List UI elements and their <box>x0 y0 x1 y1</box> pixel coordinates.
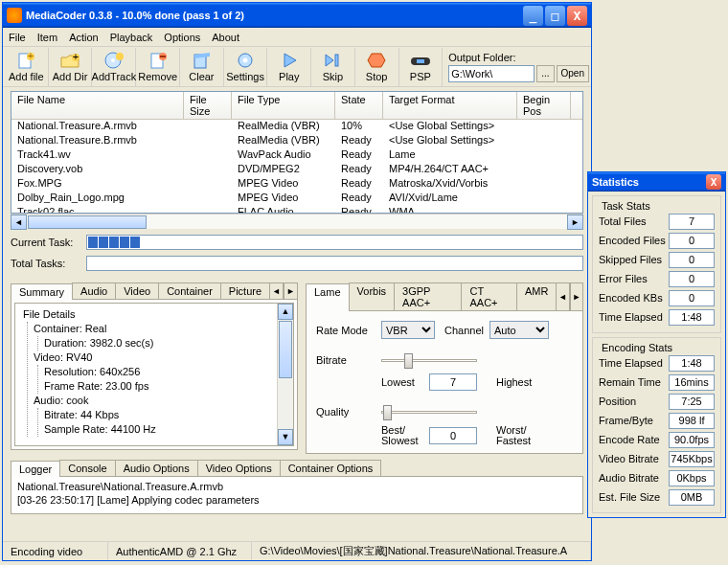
settings-button[interactable]: Settings <box>224 48 268 86</box>
tab-audio[interactable]: Audio <box>72 282 116 299</box>
stat-row: Frame/Byte998 lf <box>599 411 715 430</box>
play-icon <box>279 51 300 70</box>
quality-value: 0 <box>429 427 477 444</box>
stats-titlebar[interactable]: Statistics X <box>588 172 725 192</box>
menubar: File Item Action Playback Options About <box>3 28 591 47</box>
bitrate-slider[interactable] <box>381 350 477 370</box>
quality-slider[interactable] <box>381 402 477 421</box>
tab-container[interactable]: Container <box>158 282 221 299</box>
table-row[interactable]: Track41.wvWavPack AudioReadyLame <box>11 148 582 163</box>
th-target[interactable]: Target Format <box>383 92 517 119</box>
th-filesize[interactable]: File Size <box>184 92 232 119</box>
th-state[interactable]: State <box>335 92 383 119</box>
stat-row: Error Files0 <box>599 269 715 288</box>
tab-container-options[interactable]: Container Options <box>280 460 382 476</box>
disc-add-icon <box>103 51 125 70</box>
table-row[interactable]: Dolby_Rain_Logo.mpgMPEG VideoReadyAVI/Xv… <box>11 192 582 206</box>
tab-lame[interactable]: Lame <box>306 283 350 311</box>
maximize-button[interactable]: □ <box>545 6 565 26</box>
tab-video-options[interactable]: Video Options <box>197 460 281 476</box>
stat-row: Encoded Files0 <box>599 231 715 250</box>
play-button[interactable]: Play <box>267 48 311 86</box>
tab-summary[interactable]: Summary <box>11 283 73 300</box>
svg-rect-14 <box>335 55 338 66</box>
table-row[interactable]: National.Treasure.B.rmvbRealMedia (VBR)R… <box>11 134 582 148</box>
log-output: National.Treasure\National.Treasure.A.rm… <box>11 476 583 514</box>
tab-ctaac[interactable]: CT AAC+ <box>461 282 516 310</box>
rate-mode-select[interactable]: VBR <box>381 321 435 339</box>
rtab-nav-right[interactable]: ► <box>570 282 583 310</box>
table-hscroll[interactable]: ◄ ► <box>11 214 583 229</box>
best-label: Best/ Slowest <box>381 425 423 446</box>
status-cpu: AuthenticAMD @ 2.1 Ghz <box>108 542 252 560</box>
stat-row: Skipped Files0 <box>599 250 715 269</box>
svg-rect-10 <box>160 56 166 57</box>
tab-vorbis[interactable]: Vorbis <box>349 282 396 310</box>
scroll-thumb[interactable] <box>28 215 147 229</box>
add-dir-button[interactable]: +Add Dir <box>49 48 93 86</box>
current-task-label: Current Task: <box>11 237 80 248</box>
tab-picture[interactable]: Picture <box>220 282 270 299</box>
remove-button[interactable]: Remove <box>136 48 180 86</box>
table-row[interactable]: Track02.flacFLAC AudioReadyWMA <box>11 206 582 214</box>
add-file-button[interactable]: +Add file <box>5 48 49 86</box>
th-filename[interactable]: File Name <box>11 92 184 119</box>
tab-console[interactable]: Console <box>59 460 115 476</box>
tab-3gpp[interactable]: 3GPP AAC+ <box>394 282 462 310</box>
svg-point-7 <box>116 53 124 60</box>
table-row[interactable]: National.Treasure.A.rmvbRealMedia (VBR)1… <box>11 120 582 134</box>
th-filetype[interactable]: File Type <box>232 92 335 119</box>
tab-audio-options[interactable]: Audio Options <box>115 460 198 476</box>
tree-vscroll[interactable]: ▲ ▼ <box>277 304 293 445</box>
psp-icon <box>410 51 431 70</box>
titlebar[interactable]: MediaCoder 0.3.8 - 10.0% done (pass 1 of… <box>3 3 591 28</box>
folder-add-icon: + <box>59 51 80 70</box>
tab-logger[interactable]: Logger <box>11 461 60 477</box>
table-row[interactable]: Fox.MPGMPEG VideoReadyMatroska/Xvid/Vorb… <box>11 177 582 192</box>
tab-nav-right[interactable]: ► <box>284 282 298 299</box>
output-folder-input[interactable] <box>448 65 535 82</box>
scroll-vthumb[interactable] <box>279 321 292 378</box>
table-row[interactable]: Discovery.vobDVD/MPEG2ReadyMP4/H.264/CT … <box>11 163 582 177</box>
th-beginpos[interactable]: Begin Pos <box>517 92 571 119</box>
scroll-down-icon[interactable]: ▼ <box>278 429 293 445</box>
output-folder-group: Output Folder: ... Open <box>448 52 589 82</box>
menu-playback[interactable]: Playback <box>110 32 153 43</box>
total-tasks-label: Total Tasks: <box>11 258 80 269</box>
psp-button[interactable]: PSP <box>399 48 444 86</box>
bitrate-label: Bitrate <box>316 354 375 366</box>
svg-point-13 <box>243 58 248 63</box>
menu-options[interactable]: Options <box>164 32 200 43</box>
tab-amr[interactable]: AMR <box>516 282 557 310</box>
clear-button[interactable]: Clear <box>180 48 224 86</box>
scroll-left-icon[interactable]: ◄ <box>11 215 27 230</box>
tab-video[interactable]: Video <box>115 282 159 299</box>
add-track-button[interactable]: AddTrack <box>92 48 136 86</box>
menu-about[interactable]: About <box>212 32 239 43</box>
stats-close-button[interactable]: X <box>706 174 721 190</box>
channel-select[interactable]: Auto <box>489 321 549 339</box>
clear-icon <box>191 51 212 70</box>
tab-nav-left[interactable]: ◄ <box>269 282 284 299</box>
stat-row: Est. File Size0MB <box>599 487 715 507</box>
scroll-up-icon[interactable]: ▲ <box>278 304 293 320</box>
svg-point-6 <box>111 58 115 62</box>
file-table: File Name File Size File Type State Targ… <box>11 91 583 214</box>
menu-file[interactable]: File <box>9 32 26 43</box>
stop-button[interactable]: Stop <box>355 48 399 86</box>
statusbar: Encoding video AuthenticAMD @ 2.1 Ghz G:… <box>3 541 591 560</box>
gear-icon <box>235 51 256 70</box>
minimize-button[interactable]: _ <box>523 6 543 26</box>
skip-button[interactable]: Skip <box>311 48 355 86</box>
close-button[interactable]: X <box>567 6 587 26</box>
rtab-nav-left[interactable]: ◄ <box>556 282 569 310</box>
scroll-right-icon[interactable]: ► <box>567 215 583 230</box>
browse-button[interactable]: ... <box>536 65 554 82</box>
stat-row: Time Elapsed1:48 <box>599 353 715 373</box>
file-details-tree[interactable]: File Details Container: Real Duration: 3… <box>14 303 294 446</box>
window-title: MediaCoder 0.3.8 - 10.0% done (pass 1 of… <box>26 10 244 21</box>
menu-item[interactable]: Item <box>37 32 57 43</box>
open-button[interactable]: Open <box>557 65 589 82</box>
menu-action[interactable]: Action <box>69 32 99 43</box>
stat-row: Video Bitrate745Kbps <box>599 449 715 468</box>
